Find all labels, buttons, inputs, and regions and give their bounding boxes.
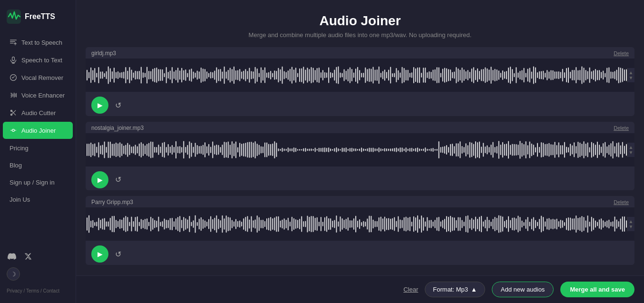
logo[interactable]: FreeTTS [0, 6, 76, 33]
svg-rect-715 [377, 221, 378, 227]
svg-rect-840 [618, 221, 619, 227]
add-audios-button[interactable]: Add new audios [492, 282, 554, 297]
svg-rect-125 [319, 68, 320, 83]
svg-rect-512 [526, 141, 527, 158]
svg-rect-236 [533, 67, 534, 84]
svg-rect-623 [199, 219, 200, 230]
svg-rect-351 [214, 145, 215, 154]
svg-rect-391 [292, 148, 293, 151]
clear-button[interactable]: Clear [403, 286, 418, 293]
sidebar-item-join-us[interactable]: Join Us [3, 191, 73, 208]
delete-button[interactable]: Delete [614, 50, 629, 56]
svg-rect-508 [517, 145, 518, 155]
delete-button[interactable]: Delete [614, 125, 629, 131]
svg-rect-74 [220, 69, 221, 81]
sidebar-item-blog[interactable]: Blog [3, 157, 73, 174]
svg-rect-767 [477, 219, 478, 229]
svg-rect-409 [326, 147, 327, 152]
sidebar-item-pricing[interactable]: Pricing [3, 140, 73, 156]
sidebar-item-audio-joiner[interactable]: Audio Joiner [3, 122, 73, 139]
svg-rect-590 [135, 217, 136, 231]
svg-rect-561 [620, 145, 621, 154]
svg-rect-82 [235, 70, 236, 80]
svg-rect-132 [332, 73, 333, 78]
svg-rect-267 [593, 70, 594, 80]
svg-rect-371 [253, 142, 254, 157]
sidebar-item-audio-cutter[interactable]: Audio Cutter [3, 104, 73, 121]
svg-rect-754 [452, 217, 453, 231]
scroll-down-arrow[interactable]: ▼ [629, 224, 634, 229]
twitter-x-icon[interactable] [23, 251, 33, 262]
format-select-button[interactable]: Format: Mp3 ▲ [425, 282, 485, 297]
svg-rect-814 [568, 217, 569, 231]
sidebar-item-speech-to-text[interactable]: Speech to Text [3, 51, 73, 68]
svg-rect-757 [458, 217, 459, 231]
merge-button[interactable]: Merge all and save [560, 282, 634, 297]
svg-rect-628 [208, 219, 209, 229]
sidebar-item-voice-enhancer[interactable]: Voice Enhancer [3, 87, 73, 104]
svg-rect-381 [272, 143, 273, 156]
svg-rect-364 [239, 143, 240, 156]
svg-rect-223 [508, 68, 509, 83]
svg-rect-172 [410, 73, 410, 77]
svg-rect-671 [292, 217, 293, 232]
svg-rect-696 [340, 216, 341, 232]
svg-rect-524 [548, 143, 549, 156]
svg-rect-613 [179, 216, 180, 232]
svg-rect-5 [87, 70, 88, 81]
svg-rect-667 [284, 219, 285, 230]
svg-rect-732 [410, 217, 410, 231]
scroll-up-arrow[interactable]: ▲ [629, 219, 634, 224]
replay-button[interactable]: ↺ [115, 175, 121, 184]
svg-rect-24 [123, 72, 124, 78]
replay-button[interactable]: ↺ [115, 101, 121, 110]
scroll-up-arrow[interactable]: ▲ [629, 145, 634, 150]
svg-rect-456 [417, 147, 418, 152]
svg-rect-110 [290, 69, 291, 81]
svg-rect-468 [440, 147, 441, 153]
svg-rect-479 [462, 146, 463, 154]
sidebar-item-text-to-speech[interactable]: Text to Speech [3, 34, 73, 51]
svg-rect-529 [558, 142, 559, 157]
play-button[interactable]: ▶ [91, 97, 108, 114]
svg-rect-99 [268, 72, 269, 78]
svg-rect-511 [524, 144, 525, 156]
scroll-down-arrow[interactable]: ▼ [629, 150, 634, 155]
svg-rect-699 [346, 219, 347, 229]
svg-rect-644 [239, 221, 240, 228]
svg-rect-115 [299, 68, 300, 82]
svg-rect-84 [239, 69, 240, 81]
svg-rect-626 [205, 221, 205, 228]
svg-rect-88 [247, 71, 248, 79]
play-button[interactable]: ▶ [91, 245, 108, 263]
scroll-up-arrow[interactable]: ▲ [629, 70, 634, 75]
delete-button[interactable]: Delete [614, 199, 629, 205]
svg-rect-487 [477, 142, 478, 157]
svg-rect-734 [413, 216, 414, 232]
sidebar-item-vocal-remover[interactable]: Vocal Remover [3, 69, 73, 86]
svg-rect-242 [545, 73, 546, 78]
svg-rect-657 [264, 221, 265, 227]
svg-rect-311 [137, 146, 138, 153]
svg-rect-326 [166, 147, 167, 153]
svg-rect-592 [139, 222, 140, 226]
svg-rect-294 [104, 141, 105, 158]
svg-rect-805 [550, 219, 551, 229]
svg-rect-724 [394, 217, 395, 231]
svg-rect-151 [369, 68, 370, 82]
discord-icon[interactable] [7, 251, 17, 262]
svg-rect-264 [587, 71, 588, 79]
svg-rect-532 [564, 142, 565, 157]
svg-rect-405 [319, 147, 320, 151]
replay-button[interactable]: ↺ [115, 250, 121, 259]
play-button[interactable]: ▶ [91, 171, 108, 188]
svg-rect-713 [373, 220, 374, 228]
svg-rect-189 [442, 68, 443, 81]
svg-rect-114 [297, 73, 298, 78]
svg-rect-235 [531, 72, 532, 79]
svg-rect-361 [234, 143, 234, 156]
theme-toggle-button[interactable]: ☽ [7, 267, 20, 281]
svg-rect-654 [259, 217, 260, 231]
scroll-down-arrow[interactable]: ▼ [629, 75, 634, 80]
sidebar-item-sign-in[interactable]: Sign up / Sign in [3, 174, 73, 191]
